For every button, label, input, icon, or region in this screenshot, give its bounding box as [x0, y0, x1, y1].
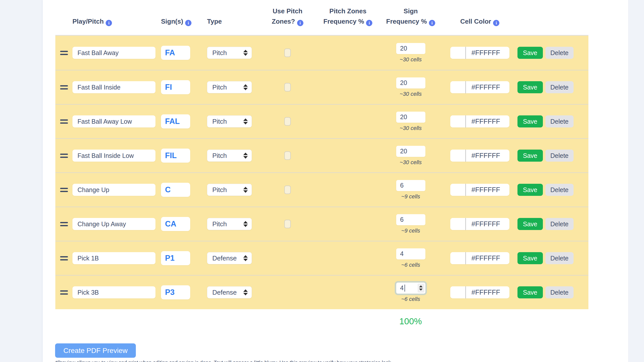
cell-color-swatch[interactable] [450, 47, 465, 59]
save-button[interactable]: Save [517, 115, 543, 127]
type-select-wrap: Pitch [207, 218, 252, 230]
table-row: Pitch ~9 cells Save Delete [55, 172, 588, 207]
sign-frequency-input[interactable] [396, 248, 425, 259]
header-use-pitch-zones-line2: Zones? [272, 18, 295, 25]
cell-color-input[interactable] [466, 152, 509, 160]
type-select-wrap: Pitch [207, 150, 252, 162]
cell-color-swatch[interactable] [450, 115, 465, 127]
cell-color-swatch[interactable] [450, 286, 465, 298]
save-button[interactable]: Save [517, 81, 543, 93]
drag-handle[interactable] [55, 188, 72, 192]
delete-button[interactable]: Delete [545, 81, 574, 93]
drag-handle[interactable] [55, 51, 72, 55]
save-button[interactable]: Save [517, 252, 543, 264]
save-button[interactable]: Save [517, 150, 543, 162]
save-button[interactable]: Save [517, 184, 543, 196]
play-pitch-input[interactable] [72, 218, 155, 230]
delete-button[interactable]: Delete [545, 184, 574, 196]
drag-handle-icon [60, 119, 68, 124]
create-pdf-preview-button[interactable]: Create PDF Preview [55, 343, 136, 358]
use-pitch-zones-checkbox[interactable] [284, 186, 291, 194]
sign-frequency-input[interactable] [396, 180, 425, 191]
sign-frequency-input[interactable] [396, 112, 425, 123]
save-button[interactable]: Save [517, 47, 543, 59]
sign-input[interactable] [161, 217, 190, 231]
save-button[interactable]: Save [517, 218, 543, 230]
sign-input[interactable] [161, 183, 190, 197]
cell-color-input[interactable] [466, 83, 509, 91]
cell-color-swatch[interactable] [450, 150, 465, 162]
cell-color-swatch[interactable] [450, 81, 465, 93]
info-icon[interactable]: i [493, 20, 499, 26]
drag-handle-icon [60, 222, 68, 226]
cell-color-box [450, 218, 509, 230]
number-spinner[interactable] [418, 284, 424, 293]
info-icon[interactable]: i [297, 20, 303, 26]
type-select[interactable]: Pitch [207, 218, 252, 230]
cell-color-swatch[interactable] [450, 184, 465, 196]
delete-button[interactable]: Delete [545, 218, 574, 230]
sign-input[interactable] [161, 80, 190, 94]
sign-frequency-input[interactable] [396, 43, 425, 54]
play-pitch-input[interactable] [72, 81, 155, 93]
sign-frequency-input[interactable] [396, 214, 425, 225]
play-pitch-input[interactable] [72, 47, 155, 59]
delete-button[interactable]: Delete [545, 47, 574, 59]
use-pitch-zones-checkbox[interactable] [284, 151, 291, 160]
play-pitch-input[interactable] [72, 150, 155, 162]
sign-frequency-input[interactable] [396, 77, 425, 88]
info-icon[interactable]: i [429, 20, 435, 26]
info-icon[interactable]: i [106, 20, 112, 26]
use-pitch-zones-checkbox[interactable] [284, 49, 291, 57]
delete-button[interactable]: Delete [545, 286, 574, 298]
sign-input[interactable] [161, 251, 190, 265]
delete-button[interactable]: Delete [545, 115, 574, 127]
header-play-pitch-label: Play/Pitch [72, 18, 104, 25]
cell-color-input[interactable] [466, 186, 509, 194]
delete-button[interactable]: Delete [545, 252, 574, 264]
use-pitch-zones-checkbox[interactable] [284, 83, 291, 92]
type-select-wrap: Pitch [207, 184, 252, 196]
sign-input[interactable] [161, 114, 190, 128]
sign-frequency-wrap [396, 214, 425, 225]
sign-input[interactable] [161, 46, 190, 60]
type-select[interactable]: Pitch [207, 150, 252, 162]
cell-color-swatch[interactable] [450, 218, 465, 230]
play-pitch-input[interactable] [72, 184, 155, 196]
play-pitch-input[interactable] [72, 286, 155, 298]
drag-handle[interactable] [55, 290, 72, 295]
cells-hint: ~9 cells [401, 193, 420, 200]
type-select[interactable]: Pitch [207, 115, 252, 127]
info-icon[interactable]: i [185, 20, 191, 26]
sign-input[interactable] [161, 149, 190, 163]
cell-color-input[interactable] [466, 118, 509, 125]
save-button[interactable]: Save [517, 286, 543, 298]
use-pitch-zones-checkbox[interactable] [284, 117, 291, 126]
sign-frequency-input[interactable] [396, 146, 425, 157]
type-select[interactable]: Pitch [207, 47, 252, 59]
play-pitch-input[interactable] [72, 252, 155, 264]
type-select[interactable]: Pitch [207, 184, 252, 196]
sign-input[interactable] [161, 285, 190, 299]
drag-handle[interactable] [55, 85, 72, 89]
play-pitch-input[interactable] [72, 115, 155, 127]
cell-color-input[interactable] [466, 49, 509, 57]
drag-handle[interactable] [55, 222, 72, 226]
type-select[interactable]: Defense [207, 252, 252, 264]
info-icon[interactable]: i [366, 20, 372, 26]
drag-handle[interactable] [55, 119, 72, 124]
table-row: Pitch ~30 cells Save Delete [55, 36, 588, 70]
use-pitch-zones-checkbox[interactable] [284, 220, 291, 228]
cell-color-input[interactable] [466, 220, 509, 228]
delete-button[interactable]: Delete [545, 150, 574, 162]
type-select[interactable]: Defense [207, 286, 252, 298]
table-row: Pitch ~30 cells Save Delete [55, 70, 588, 104]
drag-handle[interactable] [55, 256, 72, 260]
cell-color-input[interactable] [466, 254, 509, 262]
cell-color-input[interactable] [466, 289, 509, 296]
drag-handle[interactable] [55, 154, 72, 158]
drag-handle-icon [60, 290, 68, 295]
table-row: Defense ~6 cells Save Delete [55, 241, 588, 275]
cell-color-swatch[interactable] [450, 252, 465, 264]
type-select[interactable]: Pitch [207, 81, 252, 93]
